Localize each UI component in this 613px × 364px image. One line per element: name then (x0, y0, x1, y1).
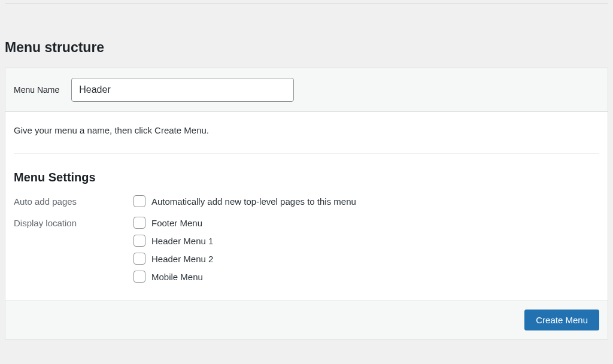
auto-add-pages-label: Auto add pages (14, 195, 133, 207)
header-menu-2-checkbox-row: Header Menu 2 (133, 253, 213, 265)
mobile-menu-label[interactable]: Mobile Menu (151, 272, 203, 282)
panel-body: Give your menu a name, then click Create… (5, 112, 608, 301)
footer-menu-label[interactable]: Footer Menu (151, 218, 202, 228)
menu-name-input[interactable] (71, 78, 294, 102)
header-menu-2-label[interactable]: Header Menu 2 (151, 254, 213, 264)
display-location-row: Display location Footer Menu Header Menu… (14, 217, 599, 283)
instruction-text: Give your menu a name, then click Create… (14, 125, 599, 135)
auto-add-option-label[interactable]: Automatically add new top-level pages to… (151, 196, 356, 207)
create-menu-button[interactable]: Create Menu (524, 310, 599, 330)
header-menu-1-checkbox-row: Header Menu 1 (133, 235, 213, 247)
display-location-options: Footer Menu Header Menu 1 Header Menu 2 … (133, 217, 213, 283)
display-location-label: Display location (14, 217, 133, 228)
auto-add-pages-row: Auto add pages Automatically add new top… (14, 195, 599, 207)
divider (14, 153, 599, 154)
footer-menu-checkbox[interactable] (133, 217, 145, 229)
footer-menu-checkbox-row: Footer Menu (133, 217, 213, 229)
header-menu-1-checkbox[interactable] (133, 235, 145, 247)
auto-add-checkbox[interactable] (133, 195, 145, 207)
header-menu-2-checkbox[interactable] (133, 253, 145, 265)
auto-add-checkbox-row: Automatically add new top-level pages to… (133, 195, 356, 207)
menu-structure-panel: Menu Name Give your menu a name, then cl… (5, 68, 608, 339)
panel-header: Menu Name (5, 68, 608, 112)
mobile-menu-checkbox[interactable] (133, 271, 145, 283)
menu-name-label: Menu Name (14, 85, 59, 95)
mobile-menu-checkbox-row: Mobile Menu (133, 271, 213, 283)
auto-add-options: Automatically add new top-level pages to… (133, 195, 356, 207)
header-menu-1-label[interactable]: Header Menu 1 (151, 236, 213, 246)
panel-footer: Create Menu (5, 301, 608, 339)
page-title: Menu structure (0, 4, 613, 68)
menu-settings-heading: Menu Settings (14, 171, 599, 184)
